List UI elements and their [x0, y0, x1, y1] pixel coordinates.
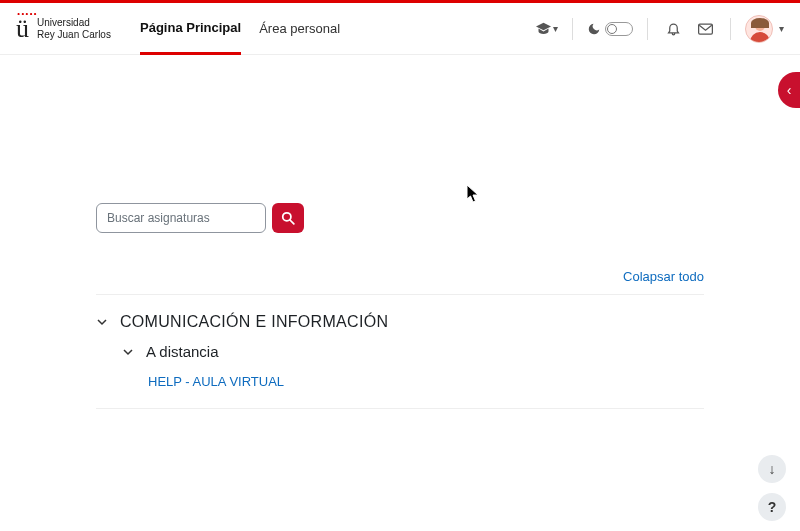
graduation-cap-icon [536, 22, 551, 36]
nav-right-controls: ▾ ▾ [536, 15, 784, 43]
dark-mode-toggle[interactable] [587, 22, 633, 36]
brand-logo: ••••• ü [16, 16, 29, 42]
scroll-down-button[interactable]: ↓ [758, 455, 786, 483]
brand-text: Universidad Rey Juan Carlos [37, 17, 111, 40]
category-label: COMUNICACIÓN E INFORMACIÓN [120, 313, 388, 331]
nav-home-label: Página Principal [140, 20, 241, 35]
envelope-icon [698, 23, 713, 35]
course-search [96, 203, 704, 233]
subcategory-label: A distancia [146, 343, 219, 360]
messages-button[interactable] [694, 18, 716, 40]
top-navbar: ••••• ü Universidad Rey Juan Carlos Pági… [0, 3, 800, 55]
question-icon: ? [768, 499, 777, 515]
toggle-track [605, 22, 633, 36]
svg-rect-0 [698, 24, 712, 34]
chevron-down-icon: ▾ [553, 23, 558, 34]
category-children: A distancia HELP - AULA VIRTUAL [96, 337, 704, 396]
primary-nav: Página Principal Área personal [140, 3, 340, 55]
moon-icon [587, 22, 601, 36]
tree-divider [96, 408, 704, 409]
avatar [745, 15, 773, 43]
subcategory-row[interactable]: A distancia [122, 337, 704, 366]
chevron-down-icon [96, 316, 110, 328]
brand-line1: Universidad [37, 17, 111, 29]
nav-divider [730, 18, 731, 40]
category-row[interactable]: COMUNICACIÓN E INFORMACIÓN [96, 307, 704, 337]
chevron-down-icon: ▾ [779, 23, 784, 34]
main-content: Colapsar todo COMUNICACIÓN E INFORMACIÓN… [0, 203, 800, 531]
mouse-cursor [466, 184, 480, 204]
nav-divider [572, 18, 573, 40]
search-icon [281, 211, 295, 225]
toggle-knob [607, 24, 617, 34]
bell-icon [666, 21, 681, 36]
brand-line2: Rey Juan Carlos [37, 29, 111, 41]
nav-dashboard-label: Área personal [259, 21, 340, 36]
nav-divider [647, 18, 648, 40]
category-tree: COMUNICACIÓN E INFORMACIÓN A distancia H… [96, 294, 704, 409]
brand-block[interactable]: ••••• ü Universidad Rey Juan Carlos [16, 16, 126, 42]
chevron-down-icon [122, 346, 136, 358]
svg-line-2 [290, 220, 294, 224]
search-input[interactable] [96, 203, 266, 233]
chevron-left-icon: ‹ [787, 82, 792, 98]
collapse-all-row: Colapsar todo [96, 269, 704, 284]
arrow-down-icon: ↓ [769, 461, 776, 477]
help-button[interactable]: ? [758, 493, 786, 521]
user-menu[interactable]: ▾ [745, 15, 784, 43]
nav-dashboard[interactable]: Área personal [259, 3, 340, 55]
role-switch-menu[interactable]: ▾ [536, 18, 558, 40]
drawer-toggle-right[interactable]: ‹ [778, 72, 800, 108]
nav-home[interactable]: Página Principal [140, 3, 241, 55]
collapse-all-link[interactable]: Colapsar todo [623, 269, 704, 284]
course-item: HELP - AULA VIRTUAL [122, 366, 704, 396]
course-link[interactable]: HELP - AULA VIRTUAL [148, 374, 284, 389]
search-button[interactable] [272, 203, 304, 233]
notifications-button[interactable] [662, 18, 684, 40]
floating-actions: ↓ ? [758, 455, 786, 521]
